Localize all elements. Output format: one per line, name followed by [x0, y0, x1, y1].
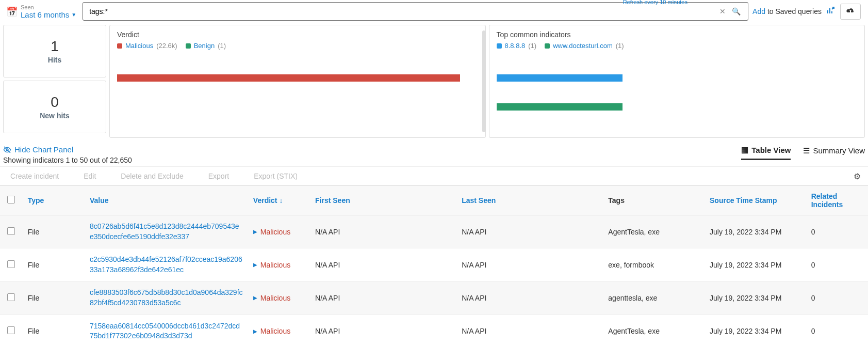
- cell-last-seen: N/A API: [456, 215, 603, 248]
- cell-first-seen: N/A API: [310, 215, 456, 248]
- create-incident-button[interactable]: Create incident: [10, 172, 59, 180]
- tab-table-view[interactable]: ▦ Table View: [741, 145, 791, 160]
- legend-name: 8.8.8.8: [505, 42, 526, 50]
- cell-value-link[interactable]: 7158eaa60814cc0540006dccb461d3c2472dcd75…: [90, 321, 243, 341]
- legend-name: Malicious: [125, 42, 153, 50]
- refresh-interval[interactable]: Refresh every 10 minutes: [623, 0, 687, 5]
- add-to-saved-queries[interactable]: Add to Saved queries: [752, 7, 822, 15]
- scrollbar[interactable]: [482, 30, 485, 132]
- add-link[interactable]: Add: [752, 7, 765, 15]
- cloud-upload-button[interactable]: [840, 4, 861, 20]
- col-tags[interactable]: Tags: [603, 186, 705, 215]
- select-all-checkbox[interactable]: [7, 196, 15, 203]
- bar-url[interactable]: [497, 103, 623, 111]
- legend-name: www.doctesturl.com: [553, 42, 613, 50]
- triangle-right-icon: ▶: [253, 262, 257, 268]
- cell-source-time: July 19, 2022 3:34 PM: [705, 315, 806, 345]
- calendar-icon: 📅: [6, 6, 18, 18]
- cell-type: File: [23, 281, 85, 315]
- cell-tags: exe, formbook: [603, 248, 705, 281]
- delete-exclude-button[interactable]: Delete and Exclude: [121, 172, 183, 180]
- gear-icon[interactable]: ⚙: [854, 171, 861, 181]
- col-verdict[interactable]: Verdict ↓: [248, 186, 310, 215]
- export-button[interactable]: Export: [208, 172, 229, 180]
- cell-verdict[interactable]: ▶Malicious: [253, 228, 305, 236]
- hits-value: 1: [51, 38, 59, 55]
- table-row[interactable]: Filec2c5930d4e3db44fe52126af7f02cceac19a…: [0, 248, 868, 281]
- seen-filter[interactable]: 📅 Seen Last 6 months ▼: [4, 3, 78, 20]
- bar-ip[interactable]: [497, 74, 623, 82]
- cell-type: File: [23, 315, 85, 345]
- cell-verdict[interactable]: ▶Malicious: [253, 261, 305, 269]
- cell-value-link[interactable]: cfe8883503f6c675d58b8d30c1d0a9064da329fc…: [90, 288, 243, 308]
- cell-type: File: [23, 248, 85, 281]
- eye-slash-icon: [3, 146, 11, 154]
- indicators-table: Type Value Verdict ↓ First Seen Last See…: [0, 185, 868, 345]
- cell-related: 0: [806, 215, 868, 248]
- row-checkbox[interactable]: [7, 326, 15, 334]
- edit-button[interactable]: Edit: [84, 172, 96, 180]
- cell-verdict[interactable]: ▶Malicious: [253, 294, 305, 302]
- cell-last-seen: N/A API: [456, 315, 603, 345]
- col-last-seen[interactable]: Last Seen: [456, 186, 603, 215]
- chart-icon[interactable]: [827, 6, 835, 17]
- swatch-blue: [497, 43, 502, 49]
- hits-label: Hits: [48, 56, 61, 64]
- swatch-green: [186, 43, 191, 49]
- hits-card: 1 Hits: [3, 25, 106, 77]
- cell-verdict[interactable]: ▶Malicious: [253, 327, 305, 335]
- cell-related: 0: [806, 281, 868, 315]
- triangle-right-icon: ▶: [253, 328, 257, 334]
- legend-url[interactable]: www.doctesturl.com (1): [545, 42, 624, 50]
- col-source-time[interactable]: Source Time Stamp: [705, 186, 806, 215]
- bar-malicious[interactable]: [117, 74, 460, 82]
- cell-source-time: July 19, 2022 3:34 PM: [705, 248, 806, 281]
- cell-first-seen: N/A API: [310, 281, 456, 315]
- seen-value-text: Last 6 months: [21, 10, 69, 19]
- clear-icon[interactable]: ✕: [716, 7, 729, 15]
- triangle-right-icon: ▶: [253, 295, 257, 301]
- legend-count: (22.6k): [156, 42, 177, 50]
- legend-count: (1): [528, 42, 536, 50]
- seen-label: Seen: [21, 4, 76, 10]
- col-related[interactable]: Related Incidents: [806, 186, 868, 215]
- legend-count: (1): [616, 42, 624, 50]
- new-hits-label: New hits: [40, 112, 70, 120]
- row-checkbox[interactable]: [7, 260, 15, 268]
- cell-source-time: July 19, 2022 3:34 PM: [705, 281, 806, 315]
- row-checkbox[interactable]: [7, 227, 15, 235]
- table-row[interactable]: Filecfe8883503f6c675d58b8d30c1d0a9064da3…: [0, 281, 868, 315]
- caret-down-icon: ▼: [71, 12, 76, 18]
- legend-benign[interactable]: Benign (1): [186, 42, 226, 50]
- list-icon: ☰: [803, 146, 810, 155]
- col-first-seen[interactable]: First Seen: [310, 186, 456, 215]
- indicators-title: Top common indicators: [497, 30, 858, 39]
- table-icon: ▦: [741, 145, 748, 154]
- legend-count: (1): [218, 42, 226, 50]
- seen-value[interactable]: Last 6 months ▼: [21, 10, 76, 19]
- cell-last-seen: N/A API: [456, 281, 603, 315]
- cell-value-link[interactable]: c2c5930d4e3db44fe52126af7f02cceac19a6206…: [90, 255, 243, 275]
- cell-related: 0: [806, 248, 868, 281]
- table-row[interactable]: File7158eaa60814cc0540006dccb461d3c2472d…: [0, 315, 868, 345]
- search-icon[interactable]: 🔍: [729, 7, 744, 15]
- legend-ip[interactable]: 8.8.8.8 (1): [497, 42, 537, 50]
- cell-value-link[interactable]: 8c0726ab5d6f41c5e8d123d8c2444eb709543ee3…: [90, 222, 243, 242]
- swatch-green: [545, 43, 550, 49]
- legend-malicious[interactable]: Malicious (22.6k): [117, 42, 177, 50]
- tab-summary-view[interactable]: ☰ Summary View: [803, 146, 865, 160]
- row-checkbox[interactable]: [7, 293, 15, 301]
- export-stix-button[interactable]: Export (STIX): [254, 172, 298, 180]
- summary-view-label: Summary View: [813, 146, 865, 155]
- search-input[interactable]: [87, 5, 716, 18]
- showing-count: Showing indicators 1 to 50 out of 22,650: [3, 156, 132, 164]
- verdict-title: Verdict: [117, 30, 478, 39]
- cell-first-seen: N/A API: [310, 248, 456, 281]
- col-type[interactable]: Type: [23, 186, 85, 215]
- cell-source-time: July 19, 2022 3:34 PM: [705, 215, 806, 248]
- new-hits-card: 0 New hits: [3, 81, 106, 133]
- cell-last-seen: N/A API: [456, 248, 603, 281]
- table-row[interactable]: File8c0726ab5d6f41c5e8d123d8c2444eb70954…: [0, 215, 868, 248]
- col-value[interactable]: Value: [85, 186, 248, 215]
- hide-chart-panel[interactable]: Hide Chart Panel: [3, 145, 132, 154]
